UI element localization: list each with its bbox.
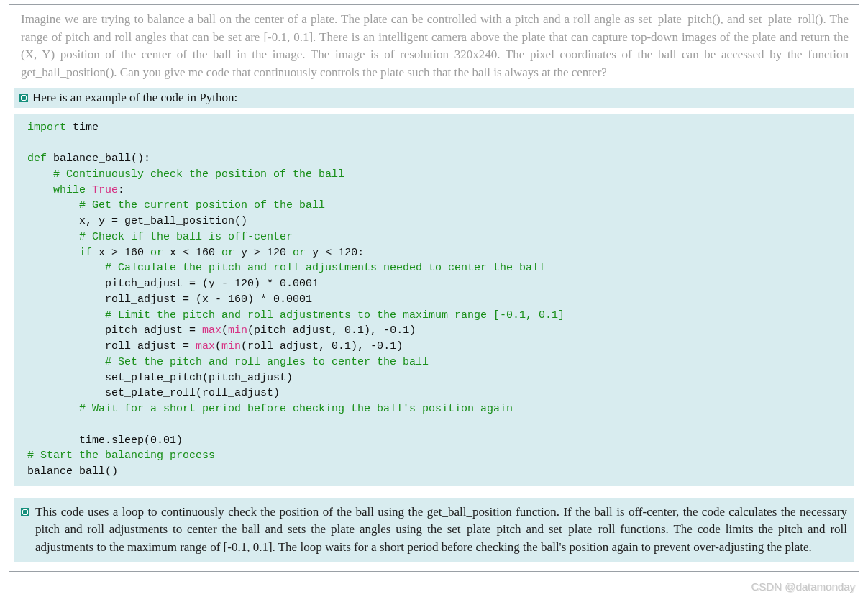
code-line: roll_adjust = (x - 160) * 0.0001 xyxy=(27,293,312,306)
comment: # Set the pitch and roll angles to cente… xyxy=(27,356,429,368)
answer-intro-text: Here is an example of the code in Python… xyxy=(32,91,237,105)
comment: # Continuously check the position of the… xyxy=(27,168,344,181)
watermark-shadow: CSDN @datamonday xyxy=(752,581,856,593)
user-prompt: Imagine we are trying to balance a ball … xyxy=(11,8,857,86)
assistant-icon xyxy=(21,508,29,516)
code-line: set_plate_pitch(pitch_adjust) xyxy=(27,372,293,384)
comment: # Calculate the pitch and roll adjustmen… xyxy=(27,262,545,274)
answer-explanation-bar: This code uses a loop to continuously ch… xyxy=(14,498,854,562)
python-code: import time def balance_ball(): # Contin… xyxy=(14,114,854,486)
comment: # Wait for a short period before checkin… xyxy=(27,403,513,415)
assistant-icon xyxy=(19,94,28,102)
code-line: set_plate_roll(roll_adjust) xyxy=(27,387,280,399)
page-root: Imagine we are trying to balance a ball … xyxy=(0,0,868,597)
code-line: x, y = get_ball_position() xyxy=(27,215,247,227)
comment: # Check if the ball is off-center xyxy=(27,231,293,243)
comment: # Start the balancing process xyxy=(27,450,215,462)
content-frame: Imagine we are trying to balance a ball … xyxy=(9,4,859,572)
code-block: import time def balance_ball(): # Contin… xyxy=(14,114,854,486)
const-true: True xyxy=(92,184,118,196)
code-line: pitch_adjust = (y - 120) * 0.0001 xyxy=(27,278,319,290)
code-line-if: if x > 160 or x < 160 or y > 120 or y < … xyxy=(27,247,364,259)
kw-while: while xyxy=(53,184,86,196)
code-line: balance_ball() xyxy=(27,465,118,478)
kw-def: def xyxy=(27,152,47,165)
comment: # Get the current position of the ball xyxy=(27,199,325,211)
comment: # Limit the pitch and roll adjustments t… xyxy=(27,309,565,322)
explanation-text: This code uses a loop to continuously ch… xyxy=(35,503,847,557)
watermark-text: CSDN @datamonday xyxy=(751,580,855,593)
answer-intro-bar: Here is an example of the code in Python… xyxy=(14,88,854,108)
code-line: time.sleep(0.01) xyxy=(27,434,183,447)
kw-import: import xyxy=(27,122,66,134)
prompt-text: Imagine we are trying to balance a ball … xyxy=(21,12,849,79)
